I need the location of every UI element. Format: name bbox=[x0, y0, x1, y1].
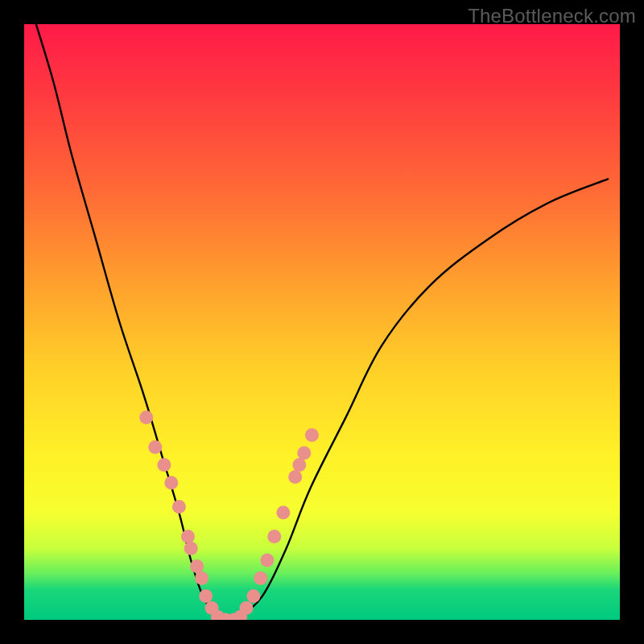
marker-dot bbox=[267, 530, 281, 543]
chart-stage: TheBottleneck.com bbox=[0, 0, 644, 644]
marker-dot bbox=[260, 554, 274, 568]
marker-dot bbox=[157, 458, 171, 472]
marker-dot bbox=[181, 530, 195, 543]
marker-dot bbox=[254, 572, 267, 585]
bottleneck-curve bbox=[36, 24, 608, 620]
marker-dot bbox=[297, 446, 311, 460]
marker-dot bbox=[139, 411, 153, 424]
marker-dot bbox=[184, 542, 198, 555]
marker-dot bbox=[190, 559, 204, 573]
marker-dot bbox=[195, 572, 208, 585]
marker-dot bbox=[305, 428, 319, 442]
marker-dot bbox=[172, 500, 186, 514]
marker-dot bbox=[148, 440, 162, 454]
marker-dot bbox=[292, 458, 306, 472]
marker-dot bbox=[199, 589, 213, 603]
plot-area bbox=[24, 24, 620, 620]
curve-svg bbox=[24, 24, 620, 620]
marker-dot bbox=[246, 589, 260, 603]
marker-dot bbox=[288, 470, 302, 484]
curve-markers bbox=[139, 411, 319, 620]
marker-dot bbox=[164, 476, 178, 489]
marker-dot bbox=[276, 506, 290, 519]
